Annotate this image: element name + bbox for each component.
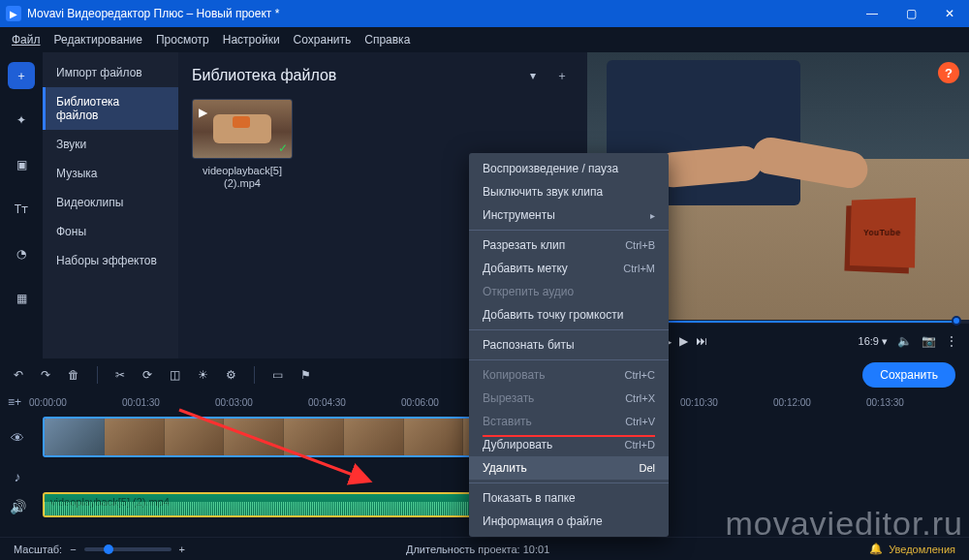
rail-titles-icon[interactable]: Tᴛ — [8, 196, 35, 223]
rail-stickers-icon[interactable]: ◔ — [8, 240, 35, 267]
annotation-underline — [483, 435, 655, 437]
duration-value: 10:01 — [523, 544, 550, 555]
video-track-icon[interactable]: 👁 — [0, 413, 35, 463]
bell-icon: 🔔 — [869, 543, 883, 555]
ctx-detach-audio: Открепить аудио — [469, 280, 669, 303]
ctx-cut: ВырезатьCtrl+X — [469, 387, 669, 410]
sidenav-import[interactable]: Импорт файлов — [43, 58, 178, 87]
preview-more-icon[interactable]: ⋮ — [946, 334, 957, 348]
library-title: Библиотека файлов — [192, 67, 336, 84]
thumbnail-caption-l2: (2).mp4 — [192, 177, 293, 190]
ctx-add-marker[interactable]: Добавить меткуCtrl+M — [469, 257, 669, 280]
chevron-right-icon: ▸ — [650, 210, 655, 221]
watermark-text: movavieditor.ru — [725, 505, 963, 543]
add-media-icon[interactable]: ＋ — [550, 64, 574, 87]
menu-edit[interactable]: Редактирование — [54, 33, 142, 47]
window-titlebar: ▶ Movavi Видеоредактор Плюс – Новый прое… — [0, 0, 969, 27]
add-track-icon[interactable]: ≡+ — [0, 391, 29, 413]
rail-more-icon[interactable]: ▦ — [8, 285, 35, 312]
ctx-detect-beats[interactable]: Распознать биты — [469, 333, 669, 357]
aspect-ratio[interactable]: 16:9 ▾ — [859, 335, 888, 348]
ctx-delete[interactable]: УдалитьDel — [469, 456, 669, 480]
rail-filters-icon[interactable]: ✦ — [8, 107, 35, 134]
ctx-paste: ВставитьCtrl+V — [469, 410, 669, 433]
next-clip-icon[interactable]: ⏭ — [696, 334, 707, 348]
delete-icon[interactable]: 🗑 — [68, 368, 79, 382]
preview-cube: YouTube — [850, 198, 916, 267]
menu-settings[interactable]: Настройки — [223, 33, 280, 47]
window-minimize-button[interactable]: — — [853, 0, 891, 27]
window-title: Movavi Видеоредактор Плюс – Новый проект… — [27, 7, 279, 20]
step-fwd-icon[interactable]: ▶ — [679, 334, 688, 348]
menu-help[interactable]: Справка — [364, 33, 410, 47]
sidenav-videoclips[interactable]: Видеоклипы — [43, 188, 178, 217]
color-icon[interactable]: ☀ — [198, 368, 208, 382]
volume-icon[interactable]: 🔈 — [897, 334, 912, 348]
app-logo-icon: ▶ — [6, 6, 21, 21]
redo-icon[interactable]: ↷ — [41, 368, 50, 382]
media-thumbnail[interactable]: ▶ videoplayback[5] (2).mp4 — [192, 99, 293, 190]
marker-icon[interactable]: ⚑ — [300, 368, 311, 382]
sidenav-music[interactable]: Музыка — [43, 159, 178, 188]
save-button[interactable]: Сохранить — [862, 362, 955, 388]
filter-icon[interactable]: ▾ — [521, 64, 545, 87]
linked-audio-track-icon[interactable]: ♪ — [0, 463, 35, 490]
zoom-slider[interactable] — [84, 547, 172, 551]
zoom-in-button[interactable]: + — [179, 544, 185, 555]
audio-track-icon[interactable]: 🔊 — [0, 490, 35, 523]
ctx-add-vol-point[interactable]: Добавить точку громкости — [469, 303, 669, 327]
ctx-copy: КопироватьCtrl+C — [469, 363, 669, 387]
transition-wizard-icon[interactable]: ▭ — [272, 368, 283, 382]
menu-bar: Файл Редактирование Просмотр Настройки С… — [0, 27, 969, 52]
rotate-icon[interactable]: ⟳ — [142, 368, 152, 382]
snapshot-icon[interactable]: 📷 — [922, 334, 936, 348]
sidenav-sounds[interactable]: Звуки — [43, 130, 178, 159]
ctx-mute-clip[interactable]: Выключить звук клипа — [469, 180, 669, 203]
window-close-button[interactable]: ✕ — [930, 0, 969, 27]
ctx-tools[interactable]: Инструменты▸ — [469, 203, 669, 227]
ctx-play-pause[interactable]: Воспроизведение / пауза — [469, 157, 669, 180]
left-rail: ＋ ✦ ▣ Tᴛ ◔ ▦ — [0, 52, 43, 358]
sidenav-effectsets[interactable]: Наборы эффектов — [43, 246, 178, 275]
zoom-out-button[interactable]: − — [70, 544, 76, 555]
thumbnail-play-icon: ▶ — [199, 106, 207, 119]
menu-file[interactable]: Файл — [12, 33, 41, 47]
ctx-split[interactable]: Разрезать клипCtrl+B — [469, 233, 669, 257]
menu-view[interactable]: Просмотр — [156, 33, 209, 47]
crop-icon[interactable]: ◫ — [170, 368, 180, 382]
rail-import-icon[interactable]: ＋ — [8, 62, 35, 89]
help-button[interactable]: ? — [938, 62, 959, 83]
ctx-show-in-folder[interactable]: Показать в папке — [469, 486, 669, 510]
menu-save[interactable]: Сохранить — [294, 33, 352, 47]
thumbnail-caption-l1: videoplayback[5] — [192, 165, 293, 177]
window-maximize-button[interactable]: ▢ — [891, 0, 930, 27]
scale-label: Масштаб: — [14, 544, 62, 555]
side-nav: Импорт файлов Библиотека файлов Звуки Му… — [43, 52, 178, 358]
undo-icon[interactable]: ↶ — [14, 368, 23, 382]
duration-label: Длительность проекта: — [406, 544, 520, 555]
context-menu: Воспроизведение / пауза Выключить звук к… — [469, 153, 669, 537]
cut-icon[interactable]: ✂ — [115, 368, 125, 382]
adjust-icon[interactable]: ⚙ — [226, 368, 236, 382]
sidenav-library[interactable]: Библиотека файлов — [43, 87, 178, 130]
ctx-file-info[interactable]: Информация о файле — [469, 510, 669, 533]
notifications-button[interactable]: 🔔Уведомления — [869, 543, 955, 555]
rail-transitions-icon[interactable]: ▣ — [8, 151, 35, 178]
sidenav-backgrounds[interactable]: Фоны — [43, 217, 178, 246]
